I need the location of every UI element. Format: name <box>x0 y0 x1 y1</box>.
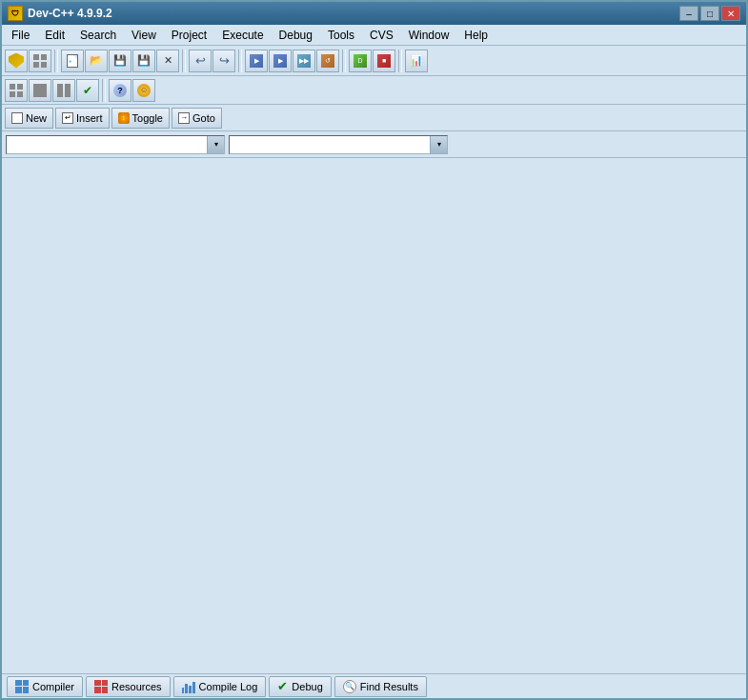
menu-tools[interactable]: Tools <box>320 25 362 45</box>
goto-template-btn[interactable]: → Goto <box>172 108 222 129</box>
title-bar: 🛡 Dev-C++ 4.9.9.2 – □ ✕ <box>2 2 746 25</box>
compile-log-label: Compile Log <box>199 681 258 692</box>
menu-project[interactable]: Project <box>164 25 214 45</box>
goto-label: Goto <box>192 112 215 124</box>
compile-btn[interactable]: ▶ <box>245 50 268 72</box>
right-dropdown-arrow[interactable]: ▾ <box>430 136 447 153</box>
find-results-tab[interactable]: 🔍 Find Results <box>334 676 427 697</box>
single-view-btn[interactable] <box>29 79 51 102</box>
toolbar2-separator-1 <box>102 79 106 102</box>
app-icon: 🛡 <box>8 6 23 21</box>
maximize-button[interactable]: □ <box>700 6 719 21</box>
resources-tab[interactable]: Resources <box>86 676 171 697</box>
debug-tab[interactable]: ✔ Debug <box>269 676 331 697</box>
compiler-tab-icon <box>15 680 29 693</box>
menu-help[interactable]: Help <box>456 25 495 45</box>
toggle-label: Toggle <box>132 112 163 124</box>
insert-label: Insert <box>76 112 103 124</box>
new-template-btn[interactable]: New <box>5 108 53 129</box>
stop-debug-btn[interactable]: ■ <box>373 50 395 72</box>
menu-edit[interactable]: Edit <box>37 25 72 45</box>
grid4-btn[interactable] <box>5 79 28 102</box>
rebuild-btn[interactable]: ↺ <box>316 50 339 72</box>
left-dropdown[interactable]: ▾ <box>6 135 225 154</box>
minimize-button[interactable]: – <box>679 6 698 21</box>
menu-debug[interactable]: Debug <box>272 25 320 45</box>
toolbar-separator-2 <box>182 50 186 72</box>
window-title: Dev-C++ 4.9.9.2 <box>28 7 112 20</box>
insert-template-btn[interactable]: ↵ Insert <box>55 108 110 129</box>
compiler-tab-label: Compiler <box>32 681 74 692</box>
help-btn[interactable]: ? <box>109 79 131 102</box>
grid-toolbar-btn[interactable] <box>29 50 51 72</box>
title-bar-left: 🛡 Dev-C++ 4.9.9.2 <box>8 6 112 21</box>
run-btn[interactable]: ▶ <box>269 50 292 72</box>
undo-btn[interactable]: ↩ <box>189 50 212 72</box>
save-file-btn[interactable]: 💾 <box>109 50 131 72</box>
close-button[interactable]: ✕ <box>721 6 740 21</box>
main-window: 🛡 Dev-C++ 4.9.9.2 – □ ✕ File Edit Search… <box>0 0 748 700</box>
face-btn[interactable]: ☺ <box>132 79 155 102</box>
debug-tab-icon: ✔ <box>277 679 288 693</box>
menu-view[interactable]: View <box>124 25 164 45</box>
debug-btn[interactable]: D <box>349 50 372 72</box>
dropdown-row: ▾ ▾ <box>2 131 746 158</box>
close-file-btn[interactable]: ✕ <box>156 50 179 72</box>
status-bar: Compiler Resources Compile Log ✔ Debug 🔍 <box>2 673 746 698</box>
new-file-btn[interactable]: + <box>61 50 84 72</box>
menu-window[interactable]: Window <box>401 25 457 45</box>
toolbar-templates: New ↵ Insert ↕ Toggle → Goto <box>2 105 746 131</box>
toolbar-secondary: ✔ ? ☺ <box>2 76 746 105</box>
toolbar-separator-3 <box>238 50 242 72</box>
menu-file[interactable]: File <box>4 25 37 45</box>
check-btn[interactable]: ✔ <box>76 79 99 102</box>
toolbar-separator-4 <box>342 50 346 72</box>
left-dropdown-arrow[interactable]: ▾ <box>207 136 224 153</box>
find-results-icon: 🔍 <box>343 680 356 693</box>
menu-execute[interactable]: Execute <box>214 25 271 45</box>
redo-btn[interactable]: ↪ <box>212 50 235 72</box>
new-template-label: New <box>26 112 47 124</box>
open-file-btn[interactable]: 📂 <box>85 50 108 72</box>
save-all-btn[interactable]: 💾 <box>132 50 155 72</box>
compile-log-tab[interactable]: Compile Log <box>173 676 267 697</box>
profile-btn[interactable]: 📊 <box>405 50 428 72</box>
menu-bar: File Edit Search View Project Execute De… <box>2 25 746 46</box>
toolbar-main: + 📂 💾 💾 ✕ ↩ ↪ ▶ <box>2 46 746 76</box>
debug-tab-label: Debug <box>292 681 322 692</box>
left-dropdown-input[interactable] <box>7 139 207 150</box>
resources-tab-label: Resources <box>111 681 162 692</box>
right-dropdown[interactable]: ▾ <box>229 135 448 154</box>
toggle-template-btn[interactable]: ↕ Toggle <box>111 108 170 129</box>
compile-run-btn[interactable]: ▶▶ <box>293 50 315 72</box>
title-controls: – □ ✕ <box>679 6 740 21</box>
main-content-area <box>2 158 746 673</box>
shield-toolbar-btn[interactable] <box>5 50 28 72</box>
compiler-tab[interactable]: Compiler <box>7 676 83 697</box>
toolbar-separator-1 <box>54 50 58 72</box>
toolbar-separator-5 <box>398 50 402 72</box>
menu-cvs[interactable]: CVS <box>362 25 401 45</box>
resources-tab-icon <box>94 680 108 693</box>
right-dropdown-input[interactable] <box>230 139 430 150</box>
menu-search[interactable]: Search <box>72 25 124 45</box>
split-view-btn[interactable] <box>52 79 75 102</box>
compile-log-icon <box>182 680 195 693</box>
find-results-label: Find Results <box>360 681 418 692</box>
